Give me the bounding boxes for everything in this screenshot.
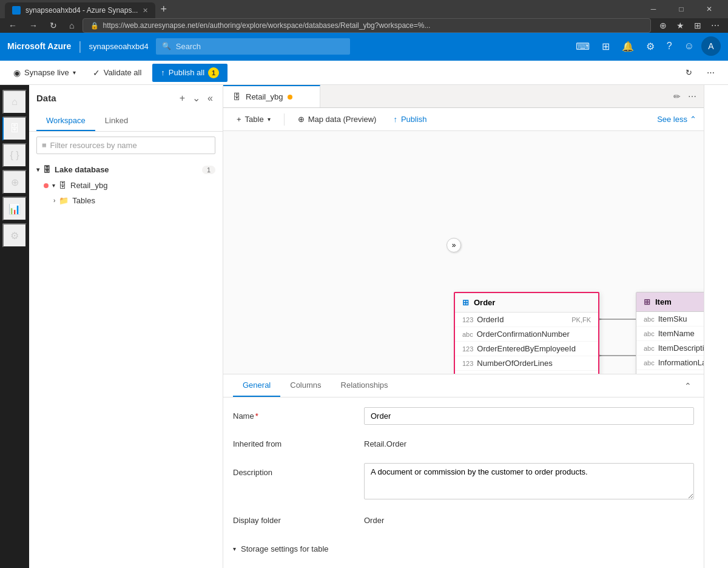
azure-separator: | (78, 39, 81, 53)
tree-sub-item-tables[interactable]: › 📁 Tables (29, 193, 223, 208)
col-name: OrderEnteredByEmployeeId (477, 344, 591, 353)
main-layout: ⌂ 🗄 { } ⊕ 📊 ⚙ Data + ⌄ « Workspace Linke… (0, 85, 728, 568)
rail-monitor-button[interactable]: 📊 (2, 197, 27, 221)
table-row: 123 NumberOfOrderLines (455, 356, 598, 371)
more-toolbar-button[interactable]: ⋯ (701, 64, 721, 81)
rail-integrate-button[interactable]: ⊕ (2, 170, 27, 194)
columns-tab[interactable]: Columns (280, 374, 331, 397)
collapse-panel-btn[interactable]: ⌃ (682, 379, 694, 393)
order-table-card[interactable]: ⊞ Order 123 OrderId PK,FK abc OrderConfi… (454, 292, 599, 374)
item-table-title: Item (655, 297, 672, 306)
sidebar-tree: ▾ 🗄 Lake database 1 ▾ 🗄 Retail_ybg › 📁 T… (29, 159, 223, 568)
workspace-tab[interactable]: Workspace (36, 111, 95, 131)
filter-input[interactable]: ≡ Filter resources by name (36, 137, 215, 154)
rail-manage-button[interactable]: ⚙ (2, 223, 27, 248)
filter-type-button[interactable]: ⌄ (190, 90, 203, 106)
database-icon: 🗄 (59, 181, 67, 190)
add-table-button[interactable]: + Table ▾ (231, 112, 277, 127)
table-row: abc InformationLabelText (636, 356, 704, 370)
tree-item-retail-ybg[interactable]: ▾ 🗄 Retail_ybg (29, 178, 223, 193)
rail-home-button[interactable]: ⌂ (2, 90, 27, 114)
sidebar: Data + ⌄ « Workspace Linked ≡ Filter res… (29, 85, 223, 568)
refresh-toolbar-button[interactable]: ↻ (679, 64, 698, 81)
publish-icon: ↑ (161, 68, 165, 77)
diagram-area[interactable]: ⊞ Order 123 OrderId PK,FK abc OrderConfi… (223, 131, 704, 374)
map-data-button[interactable]: ⊕ Map data (Preview) (292, 112, 383, 127)
close-button[interactable]: ✕ (695, 0, 723, 18)
feedback-button[interactable]: ☺ (679, 36, 699, 56)
azure-top-actions: ⌨ ⊞ 🔔 ⚙ ? ☺ A (571, 36, 721, 57)
expand-left-icon: » (452, 241, 456, 249)
content-tab-retail-ybg[interactable]: 🗄 Retail_ybg (223, 85, 320, 107)
validate-all-button[interactable]: ✓ Validate all (87, 64, 148, 81)
maximize-button[interactable]: □ (667, 0, 695, 18)
name-input[interactable] (364, 407, 694, 425)
order-table-header: ⊞ Order (455, 293, 598, 313)
col-name: ItemName (658, 329, 704, 338)
help-button[interactable]: ? (662, 36, 677, 56)
tab-close-btn[interactable]: ✕ (143, 7, 148, 15)
table-row: ⊙ OrderReceivedTimestamp (455, 371, 598, 374)
minimize-button[interactable]: ─ (639, 0, 667, 18)
tables-chevron: › (53, 197, 55, 204)
browser-action-3[interactable]: ⊞ (690, 18, 705, 33)
col-key: PK,FK (571, 316, 591, 323)
lock-icon: 🔒 (90, 22, 99, 30)
browser-more-btn[interactable]: ⋯ (707, 18, 723, 33)
storage-settings-chevron: ▾ (233, 546, 236, 552)
table-row: abc ItemDescription (636, 341, 704, 356)
col-name: InformationLabelText (658, 358, 704, 367)
see-less-chevron: ⌃ (690, 115, 696, 124)
general-tab[interactable]: General (233, 374, 280, 397)
add-resource-button[interactable]: + (177, 90, 187, 106)
item-table-card[interactable]: ⊞ Item abc ItemSku PK abc ItemName abc (636, 292, 704, 374)
col-name: OrderReceivedTimestamp (471, 373, 591, 374)
back-button[interactable]: ← (5, 18, 21, 33)
filter-placeholder: Filter resources by name (50, 141, 137, 150)
synapse-live-icon: ◉ (13, 68, 21, 78)
validate-icon: ✓ (93, 68, 100, 78)
rail-data-button[interactable]: 🗄 (2, 117, 27, 141)
user-avatar[interactable]: A (701, 36, 721, 56)
directory-button[interactable]: ⊞ (597, 36, 615, 57)
forward-button[interactable]: → (25, 18, 41, 33)
collapse-sidebar-button[interactable]: « (205, 90, 215, 106)
settings-button[interactable]: ⚙ (641, 36, 659, 57)
browser-tab-active[interactable]: synapseoahxbd4 - Azure Synaps... ✕ (5, 2, 155, 18)
sidebar-header: Data + ⌄ « (29, 85, 223, 111)
bottom-content: Name * Inherited from Retail.Order Descr… (223, 397, 704, 568)
notifications-button[interactable]: 🔔 (617, 36, 639, 57)
order-table-title: Order (474, 298, 495, 307)
storage-settings-section[interactable]: ▾ Storage settings for table (233, 539, 694, 558)
browser-action-2[interactable]: ★ (673, 18, 688, 33)
publish-arrow-icon: ↑ (393, 115, 397, 124)
edit-tab-btn[interactable]: ✏ (671, 89, 683, 104)
see-less-label: See less (657, 115, 687, 124)
synapse-live-button[interactable]: ◉ Synapse live ▾ (7, 64, 82, 81)
col-name: OrderId (477, 315, 571, 324)
new-tab-button[interactable]: + (155, 1, 172, 18)
publish-button[interactable]: ↑ Publish (387, 112, 433, 127)
see-less-button[interactable]: See less ⌃ (657, 115, 696, 124)
rail-develop-button[interactable]: { } (2, 143, 27, 167)
azure-search-box[interactable]: 🔍 Search (156, 38, 350, 55)
table-chevron: ▾ (268, 116, 271, 123)
col-type: 123 (462, 360, 473, 367)
linked-tab[interactable]: Linked (95, 111, 138, 131)
tab-modified-dot (288, 95, 292, 100)
home-button[interactable]: ⌂ (66, 18, 78, 33)
description-textarea[interactable]: A document or commission by the customer… (364, 463, 694, 499)
azure-topbar: Microsoft Azure | synapseoahxbd4 🔍 Searc… (0, 32, 728, 61)
table-row: 123 OrderEnteredByEmployeeId (455, 342, 598, 356)
collapse-panel-button[interactable]: » (447, 238, 461, 252)
inherited-from-label: Inherited from (233, 434, 354, 453)
relationships-tab[interactable]: Relationships (331, 374, 398, 397)
more-icon: ⋯ (707, 68, 715, 77)
more-tab-btn[interactable]: ⋯ (686, 89, 699, 104)
address-bar[interactable]: 🔒 https://web.azuresynapse.net/en/author… (83, 18, 651, 33)
refresh-button[interactable]: ↻ (46, 18, 61, 33)
col-type: abc (644, 345, 655, 352)
browser-action-1[interactable]: ⊕ (656, 18, 670, 33)
cloud-shell-button[interactable]: ⌨ (571, 36, 595, 57)
publish-all-button[interactable]: ↑ Publish all 1 (152, 64, 228, 82)
